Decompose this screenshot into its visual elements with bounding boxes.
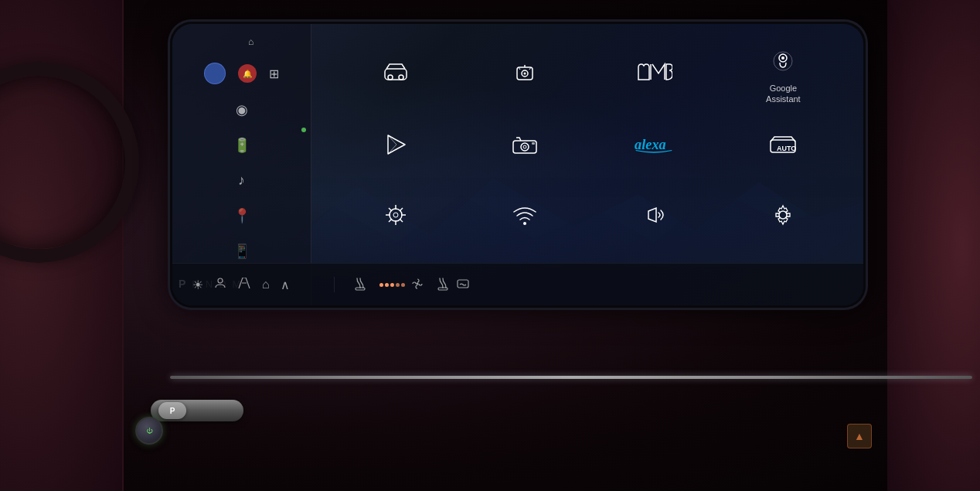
- gear-shift-handle: P: [151, 400, 243, 421]
- screen-bezel: ⌂ 🔔 ⊞ ◉ 🔋 ♪ 📍: [170, 22, 866, 308]
- dot-5: [401, 283, 405, 287]
- bottom-nav: ☀ ⌂ ∧: [172, 277, 335, 292]
- brightness-icon[interactable]: ☀: [192, 278, 203, 292]
- google-assistant-icon: [771, 49, 795, 77]
- svg-point-15: [521, 143, 529, 151]
- alexa-icon: alexa: [635, 135, 673, 158]
- driver-profile-icon[interactable]: [214, 277, 226, 292]
- seat-heat-right-icon: [436, 277, 450, 293]
- auto-park-icon: AUTO: [769, 134, 797, 159]
- svg-point-32: [779, 211, 787, 219]
- battery-badge: [301, 128, 306, 132]
- svg-point-30: [393, 213, 398, 217]
- svg-line-12: [388, 135, 396, 145]
- dot-1: [379, 283, 383, 287]
- wifi-icon: [512, 204, 537, 229]
- svg-line-26: [389, 208, 392, 211]
- svg-point-35: [417, 282, 419, 285]
- svg-point-16: [523, 145, 526, 148]
- location-icon: ◉: [236, 101, 248, 118]
- app-drive-modes[interactable]: [460, 52, 589, 101]
- svg-line-29: [389, 219, 392, 222]
- main-screen: ⌂ 🔔 ⊞ ◉ 🔋 ♪ 📍: [172, 24, 863, 305]
- dot-2: [385, 283, 389, 287]
- bottom-nav-items: ☀ ⌂ ∧: [182, 277, 325, 292]
- svg-text:alexa: alexa: [635, 137, 666, 152]
- vehicle-info-icon: [383, 61, 408, 86]
- climate-icon: [384, 203, 407, 230]
- sidebar-item-location[interactable]: ◉: [179, 94, 305, 126]
- svg-point-7: [523, 73, 526, 75]
- status-bar: ⌂: [179, 33, 305, 50]
- home-nav-icon[interactable]: ⌂: [262, 278, 270, 292]
- app-climate[interactable]: [331, 194, 460, 245]
- google-assistant-label: GoogleAssistant: [766, 83, 801, 105]
- power-icon: ⏻: [146, 428, 152, 435]
- defrost-icon: [456, 278, 470, 292]
- svg-rect-34: [356, 288, 365, 290]
- svg-point-10: [781, 56, 784, 60]
- app-grid: GoogleAssistant: [315, 32, 863, 263]
- fan-level-indicator: [379, 283, 405, 287]
- app-auto-park[interactable]: AUTO: [719, 124, 848, 174]
- road-icon[interactable]: [237, 278, 251, 292]
- phone-icon: 📱: [233, 243, 250, 260]
- profile-button[interactable]: [204, 63, 226, 84]
- fan-icon: [411, 278, 424, 292]
- chrome-bar: [170, 376, 972, 379]
- audio-icon: [642, 203, 665, 230]
- battery-icon: 🔋: [233, 137, 250, 154]
- grid-button[interactable]: ⊞: [269, 66, 279, 81]
- svg-rect-36: [438, 288, 447, 290]
- bell-icon: 🔔: [243, 70, 252, 78]
- app-alexa[interactable]: alexa: [590, 125, 719, 173]
- dot-3: [390, 283, 394, 287]
- dot-4: [396, 283, 400, 287]
- svg-rect-17: [532, 142, 535, 145]
- app-google-assistant[interactable]: GoogleAssistant: [719, 39, 848, 114]
- map-pin-icon: 📍: [233, 207, 250, 224]
- sidebar-item-battery[interactable]: 🔋: [179, 129, 305, 162]
- music-note-icon: ♪: [238, 172, 245, 189]
- svg-point-33: [218, 278, 223, 283]
- svg-line-27: [400, 219, 403, 222]
- sidebar-item-map[interactable]: 📍: [179, 199, 305, 232]
- drive-modes-icon: [512, 61, 537, 86]
- seat-heat-icon: [353, 277, 367, 293]
- settings-icon: [771, 203, 795, 230]
- park-button[interactable]: P: [158, 402, 186, 419]
- app-camera[interactable]: [460, 125, 589, 173]
- mybuick-icon: [635, 61, 672, 86]
- app-wifi-hotspot[interactable]: [460, 195, 589, 244]
- camera-icon: [512, 135, 538, 158]
- sidebar-item-music[interactable]: ♪: [179, 165, 305, 196]
- svg-rect-37: [458, 280, 468, 288]
- notification-button[interactable]: 🔔: [238, 64, 257, 83]
- svg-point-4: [399, 75, 403, 80]
- bottom-bar: ☀ ⌂ ∧: [172, 263, 863, 305]
- app-mybuick[interactable]: [590, 52, 719, 101]
- svg-line-28: [400, 208, 403, 211]
- hazard-button[interactable]: ▲: [847, 424, 872, 448]
- profile-row: 🔔 ⊞: [179, 60, 305, 90]
- app-vehicle-info[interactable]: [331, 52, 460, 101]
- app-play-store[interactable]: [331, 124, 460, 175]
- hazard-icon: ▲: [854, 430, 865, 442]
- play-store-icon: [384, 133, 407, 159]
- chevron-up-icon[interactable]: ∧: [281, 278, 290, 292]
- svg-text:AUTO: AUTO: [777, 145, 796, 152]
- home-icon: ⌂: [248, 36, 254, 47]
- climate-controls: [335, 277, 863, 293]
- app-audio[interactable]: [590, 194, 719, 245]
- svg-line-13: [388, 145, 396, 154]
- start-stop-button[interactable]: ⏻: [135, 417, 163, 445]
- interior-right-panel: [887, 0, 980, 491]
- svg-point-3: [388, 75, 393, 80]
- app-settings[interactable]: [719, 194, 848, 245]
- svg-point-31: [523, 222, 526, 225]
